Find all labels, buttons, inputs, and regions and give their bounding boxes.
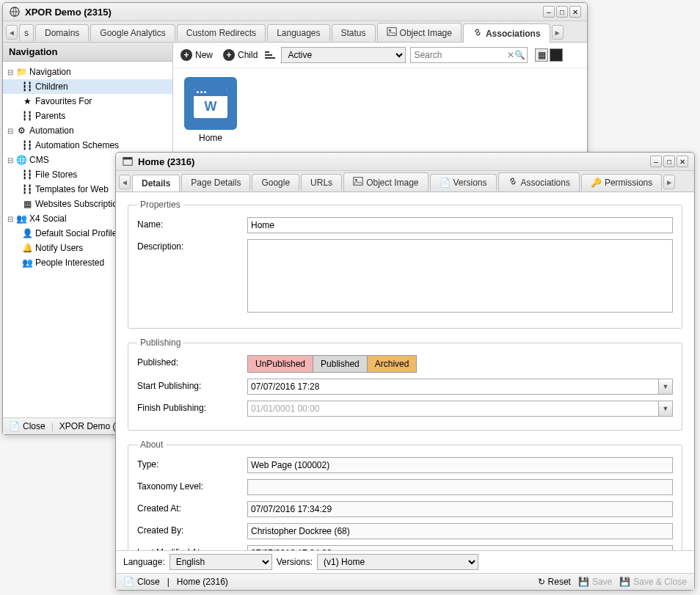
tab-object-image[interactable]: Object Image: [343, 172, 428, 191]
tab-custom-redirects[interactable]: Custom Redirects: [177, 24, 266, 41]
name-label: Name:: [137, 217, 247, 230]
new-button[interactable]: +New: [178, 48, 216, 62]
maximize-button[interactable]: □: [556, 6, 568, 18]
tab-scroll-right[interactable]: ►: [552, 25, 564, 40]
grid-view-button[interactable]: ▦: [535, 48, 548, 62]
description-textarea[interactable]: [247, 239, 673, 313]
globe-icon: 🌐: [15, 154, 28, 166]
tab-google-analytics[interactable]: Google Analytics: [90, 24, 175, 41]
start-publishing-input[interactable]: [247, 379, 658, 395]
tree-node-automation-schemes[interactable]: ┇┇Automation Schemes: [3, 138, 172, 153]
language-bar: Language: English Versions: (v1) Home: [116, 550, 694, 573]
folder-icon: 📁: [15, 66, 28, 78]
globe-icon: [9, 6, 21, 18]
save-icon: 💾: [578, 577, 589, 587]
sort-button[interactable]: [265, 49, 277, 61]
name-input[interactable]: [247, 217, 673, 233]
maximize-button[interactable]: □: [663, 156, 675, 167]
language-label: Language:: [123, 557, 165, 567]
tab-page-details[interactable]: Page Details: [181, 174, 250, 191]
tab-urls[interactable]: URLs: [301, 174, 342, 191]
details-panel: Properties Name: Description: Publishing…: [116, 192, 694, 550]
people-icon: 👥: [21, 257, 34, 269]
created-by-field: [247, 523, 673, 539]
titlebar[interactable]: XPOR Demo (2315) – □ ✕: [3, 3, 587, 21]
svg-rect-1: [387, 28, 395, 36]
versions-select[interactable]: (v1) Home: [317, 554, 478, 570]
person-icon: 👤: [21, 227, 34, 239]
toolbar: +New +Child Active ✕ 🔍 ▦: [173, 43, 587, 68]
reset-icon: ↻: [538, 577, 545, 587]
save-close-button[interactable]: 💾 Save & Close: [619, 577, 687, 587]
created-at-field: [247, 501, 673, 517]
tab-overflow[interactable]: s: [19, 24, 34, 41]
minimize-button[interactable]: –: [650, 156, 662, 167]
svg-rect-5: [354, 178, 362, 186]
calendar-icon: ▦: [21, 198, 34, 210]
bell-icon: 🔔: [21, 242, 34, 254]
tree-node-parents[interactable]: ┇┇Parents: [3, 109, 172, 123]
tab-associations[interactable]: Associations: [498, 172, 580, 191]
reset-button[interactable]: ↻ Reset: [538, 577, 571, 587]
child-button[interactable]: +Child: [220, 48, 260, 62]
statusbar: 📄 Close | Home (2316) ↻ Reset 💾 Save 💾 S…: [116, 573, 694, 590]
unpublished-button[interactable]: UnPublished: [247, 355, 313, 373]
sidebar-header: Navigation: [3, 43, 172, 62]
published-label: Published:: [137, 355, 247, 368]
close-button[interactable]: ✕: [569, 6, 581, 18]
close-button[interactable]: ✕: [677, 156, 688, 167]
titlebar[interactable]: Home (2316) – □ ✕: [116, 153, 694, 171]
versions-label: Versions:: [277, 557, 313, 567]
children-icon: ┇┇: [21, 183, 34, 195]
search-icon[interactable]: 🔍: [514, 50, 525, 60]
window-title: XPOR Demo (2315): [25, 7, 543, 18]
tab-permissions[interactable]: 🔑 Permissions: [581, 174, 662, 191]
svg-rect-4: [123, 158, 132, 160]
star-icon: ★: [21, 95, 34, 107]
language-select[interactable]: English: [169, 554, 272, 570]
published-button[interactable]: Published: [313, 355, 368, 373]
tree-node-automation[interactable]: ⊟⚙Automation: [3, 123, 172, 138]
tree-node-navigation[interactable]: ⊟📁Navigation: [3, 65, 172, 79]
tab-scroll-left[interactable]: ◄: [119, 175, 131, 189]
link-icon: [508, 176, 518, 189]
gear-icon: ⚙: [15, 125, 28, 136]
save-button[interactable]: 💾 Save: [578, 577, 612, 587]
type-field: [247, 457, 673, 473]
clear-search-icon[interactable]: ✕: [507, 50, 514, 60]
dropdown-icon[interactable]: ▼: [658, 401, 673, 417]
filter-select[interactable]: Active: [281, 47, 406, 63]
tab-associations[interactable]: Associations: [463, 23, 550, 43]
tab-object-image[interactable]: Object Image: [377, 23, 462, 42]
tab-versions[interactable]: 📄 Versions: [430, 174, 497, 191]
item-label: Home: [182, 133, 239, 143]
close-button[interactable]: 📄 Close: [123, 577, 160, 587]
item-home[interactable]: W Home: [182, 77, 239, 143]
tree-node-children[interactable]: ┇┇Children: [3, 79, 172, 94]
tab-domains[interactable]: Domains: [35, 24, 89, 41]
tab-scroll-right[interactable]: ►: [663, 175, 675, 189]
svg-point-6: [355, 179, 357, 181]
home-window: Home (2316) – □ ✕ ◄ Details Page Details…: [115, 152, 695, 591]
finish-publishing-input[interactable]: [247, 401, 658, 417]
tab-details[interactable]: Details: [132, 175, 180, 191]
tab-languages[interactable]: Languages: [267, 24, 329, 41]
window-title: Home (2316): [138, 156, 650, 167]
children-icon: ┇┇: [21, 169, 34, 180]
publishing-fieldset: Publishing Published: UnPublished Publis…: [128, 337, 682, 431]
dropdown-icon[interactable]: ▼: [658, 379, 673, 395]
tab-scroll-left[interactable]: ◄: [6, 25, 18, 40]
tree-node-favourites[interactable]: ★Favourites For: [3, 94, 172, 109]
minimize-button[interactable]: –: [543, 6, 555, 18]
list-view-button[interactable]: [550, 48, 563, 62]
document-icon: 📄: [440, 178, 451, 188]
tab-google[interactable]: Google: [252, 174, 299, 191]
plus-icon: +: [223, 49, 235, 61]
archived-button[interactable]: Archived: [368, 355, 418, 373]
tabbar: ◄ s Domains Google Analytics Custom Redi…: [3, 21, 587, 43]
close-button[interactable]: 📄 Close: [9, 421, 45, 431]
taxonomy-field: [247, 479, 673, 495]
tab-status[interactable]: Status: [332, 24, 376, 41]
image-icon: [387, 26, 397, 39]
breadcrumb: XPOR Demo (: [59, 421, 116, 431]
